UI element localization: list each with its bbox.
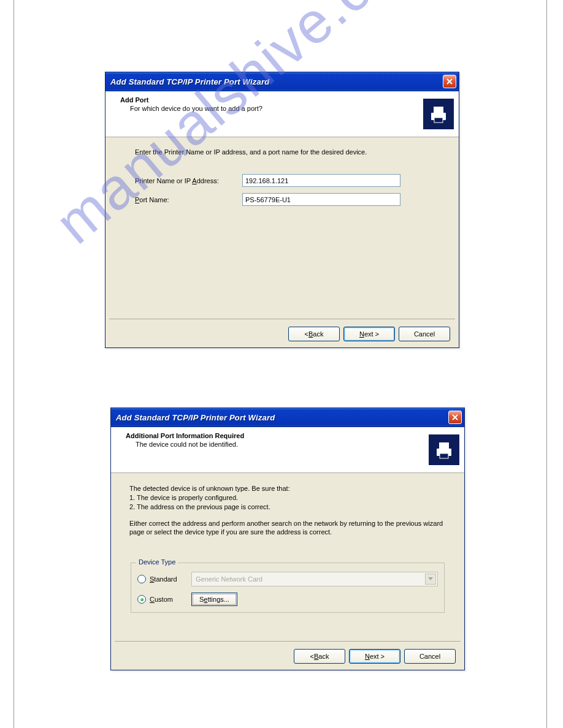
groupbox-title: Device Type <box>136 558 178 566</box>
titlebar[interactable]: Add Standard TCP/IP Printer Port Wizard <box>111 408 464 427</box>
page-margin-right <box>546 0 547 728</box>
close-icon <box>452 414 458 420</box>
radio-custom[interactable] <box>137 595 146 604</box>
page-margin-left <box>13 0 14 728</box>
form-row-port-name: Port Name: <box>135 193 429 206</box>
printer-icon <box>429 434 459 465</box>
printer-icon <box>423 99 454 129</box>
next-button[interactable]: Next > <box>349 649 400 664</box>
svg-rect-5 <box>439 442 449 449</box>
radio-standard-label: Standard <box>150 575 188 583</box>
settings-button[interactable]: Settings... <box>191 593 237 606</box>
wizard-header-subtitle: The device could not be identified. <box>126 441 429 448</box>
detected-text-item1: 1. The device is properly configured. <box>129 493 446 502</box>
svg-rect-1 <box>434 107 443 113</box>
close-button[interactable] <box>443 75 456 88</box>
radio-row-custom: Custom Settings... <box>137 593 438 606</box>
chevron-down-icon <box>425 574 436 585</box>
port-name-input[interactable] <box>242 193 400 206</box>
cancel-button[interactable]: Cancel <box>404 649 456 664</box>
svg-rect-6 <box>440 453 448 458</box>
window-title: Add Standard TCP/IP Printer Port Wizard <box>110 77 443 86</box>
wizard-dialog-add-port: Add Standard TCP/IP Printer Port Wizard … <box>105 72 459 348</box>
back-button[interactable]: < Back <box>288 327 340 341</box>
radio-custom-label: Custom <box>150 596 188 603</box>
titlebar[interactable]: Add Standard TCP/IP Printer Port Wizard <box>105 72 459 91</box>
separator <box>109 319 455 319</box>
wizard-button-row: < Back Next > Cancel <box>288 327 450 341</box>
wizard-header: Add Port For which device do you want to… <box>105 91 459 137</box>
radio-standard[interactable] <box>137 575 146 583</box>
wizard-header: Additional Port Information Required The… <box>111 427 464 473</box>
wizard-header-title: Additional Port Information Required <box>126 432 429 439</box>
wizard-content: The detected device is of unknown type. … <box>111 473 464 620</box>
label-port-name: Port Name: <box>135 196 242 203</box>
wizard-header-subtitle: For which device do you want to add a po… <box>120 105 423 112</box>
standard-device-dropdown: Generic Network Card <box>191 572 438 586</box>
wizard-header-text: Add Port For which device do you want to… <box>120 95 423 133</box>
wizard-dialog-additional-info: Add Standard TCP/IP Printer Port Wizard … <box>110 408 465 670</box>
radio-row-standard: Standard Generic Network Card <box>137 572 438 586</box>
printer-address-input[interactable] <box>242 174 400 187</box>
window-title: Add Standard TCP/IP Printer Port Wizard <box>116 413 448 422</box>
instruction-text: Enter the Printer Name or IP address, an… <box>135 148 429 156</box>
close-button[interactable] <box>448 411 462 424</box>
detected-text-item2: 2. The address on the previous page is c… <box>129 502 446 512</box>
wizard-header-text: Additional Port Information Required The… <box>126 431 429 469</box>
next-button[interactable]: Next > <box>343 327 395 341</box>
wizard-header-title: Add Port <box>120 96 423 104</box>
close-icon <box>446 78 453 85</box>
form-row-printer-address: Printer Name or IP Address: <box>135 174 429 187</box>
device-type-groupbox: Device Type Standard Generic Network Car… <box>131 563 445 613</box>
cancel-button[interactable]: Cancel <box>399 327 450 341</box>
back-button[interactable]: < Back <box>294 649 345 664</box>
wizard-content: Enter the Printer Name or IP address, an… <box>105 137 459 219</box>
svg-rect-2 <box>434 118 443 123</box>
separator <box>115 641 461 642</box>
dropdown-selected-value: Generic Network Card <box>196 575 262 583</box>
detected-text-intro: The detected device is of unknown type. … <box>129 484 446 493</box>
correction-text: Either correct the address and perform a… <box>129 519 446 537</box>
wizard-button-row: < Back Next > Cancel <box>294 649 456 664</box>
label-printer-address: Printer Name or IP Address: <box>135 177 242 184</box>
